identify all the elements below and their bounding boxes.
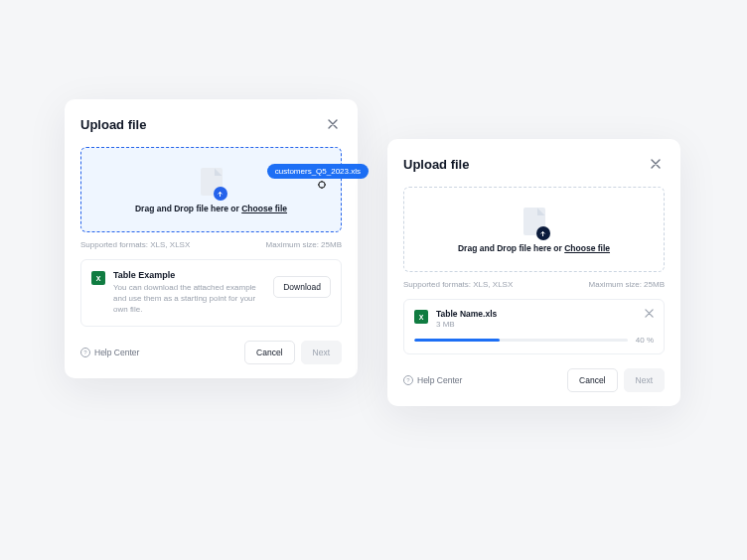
upload-item: Table Name.xls 3 MB 40 % xyxy=(403,299,665,354)
example-panel: Table Example You can download the attac… xyxy=(80,259,342,327)
max-size: Maximum size: 25MB xyxy=(266,240,342,249)
download-button[interactable]: Download xyxy=(273,276,331,298)
supported-formats: Supported formats: XLS, XLSX xyxy=(403,280,513,289)
close-button[interactable] xyxy=(647,155,665,173)
file-icon xyxy=(201,168,223,196)
excel-icon xyxy=(414,310,428,324)
dropzone-text: Drag and Drop file here or Choose file xyxy=(414,243,654,253)
progress-track xyxy=(414,339,628,342)
dropzone-text-prefix: Drag and Drop file here or xyxy=(135,204,241,213)
upload-file-size: 3 MB xyxy=(436,320,637,329)
remove-file-button[interactable] xyxy=(645,309,654,320)
help-center-label: Help Center xyxy=(417,375,462,385)
cancel-button[interactable]: Cancel xyxy=(567,368,617,392)
close-icon xyxy=(651,159,661,169)
help-center-label: Help Center xyxy=(94,348,139,357)
upload-arrow-icon xyxy=(536,226,550,240)
file-dropzone[interactable]: Drag and Drop file here or Choose file c… xyxy=(80,147,342,232)
dialog-title: Upload file xyxy=(403,157,469,172)
example-title: Table Example xyxy=(113,270,265,280)
svg-point-0 xyxy=(319,182,325,188)
dropzone-text-prefix: Drag and Drop file here or xyxy=(458,243,564,253)
dropzone-meta: Supported formats: XLS, XLSX Maximum siz… xyxy=(403,280,665,289)
progress-percent: 40 % xyxy=(636,336,654,345)
dialog-header: Upload file xyxy=(403,155,665,173)
upload-progress: 40 % xyxy=(414,336,654,345)
cancel-button[interactable]: Cancel xyxy=(244,341,294,364)
close-icon xyxy=(328,119,338,129)
choose-file-link[interactable]: Choose file xyxy=(241,204,287,213)
upload-file-name: Table Name.xls xyxy=(436,309,637,319)
upload-dialog-drag: Upload file Drag and Drop file here or C… xyxy=(65,99,358,378)
help-center-link[interactable]: ? Help Center xyxy=(80,348,139,357)
example-description: You can download the attached example an… xyxy=(113,282,265,316)
dialog-footer: ? Help Center Cancel Next xyxy=(80,341,342,364)
dropzone-meta: Supported formats: XLS, XLSX Maximum siz… xyxy=(80,240,342,249)
help-center-link[interactable]: ? Help Center xyxy=(403,375,462,385)
upload-dialog-progress: Upload file Drag and Drop file here or C… xyxy=(387,139,680,406)
progress-fill xyxy=(414,339,500,342)
file-icon xyxy=(523,208,545,235)
choose-file-link[interactable]: Choose file xyxy=(564,243,610,253)
dropzone-text: Drag and Drop file here or Choose file xyxy=(91,204,331,213)
max-size: Maximum size: 25MB xyxy=(589,280,665,289)
dialog-title: Upload file xyxy=(80,117,146,132)
file-dropzone[interactable]: Drag and Drop file here or Choose file xyxy=(403,187,665,272)
next-button[interactable]: Next xyxy=(624,368,665,392)
help-icon: ? xyxy=(403,375,413,385)
footer-actions: Cancel Next xyxy=(244,341,342,364)
upload-arrow-icon xyxy=(214,187,227,201)
dialog-footer: ? Help Center Cancel Next xyxy=(403,368,665,392)
cursor-icon xyxy=(317,180,327,194)
supported-formats: Supported formats: XLS, XLSX xyxy=(80,240,190,249)
drag-file-chip: customers_Q5_2023.xls xyxy=(267,164,369,179)
close-icon xyxy=(645,309,654,318)
close-button[interactable] xyxy=(324,115,342,133)
footer-actions: Cancel Next xyxy=(567,368,665,392)
dialog-header: Upload file xyxy=(80,115,342,133)
help-icon: ? xyxy=(80,348,90,357)
excel-icon xyxy=(91,271,105,285)
next-button[interactable]: Next xyxy=(301,341,342,364)
